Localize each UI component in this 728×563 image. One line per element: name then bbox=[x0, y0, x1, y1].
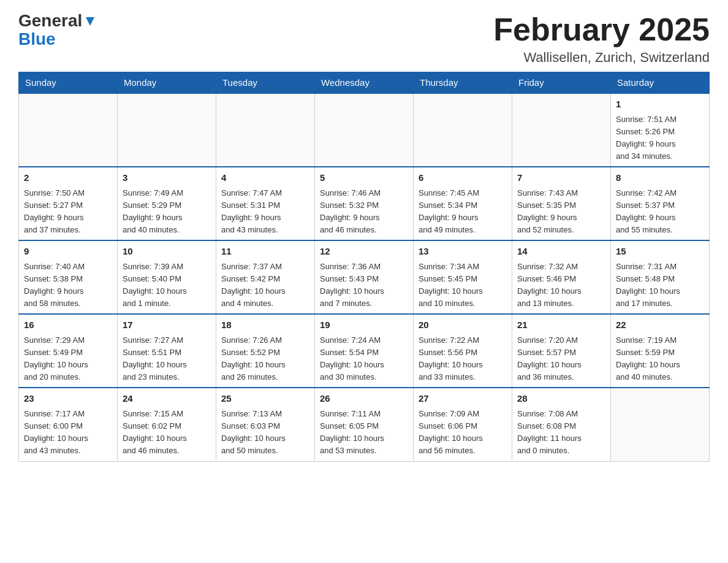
logo-general-text: General bbox=[18, 12, 82, 29]
day-info: Sunrise: 7:42 AM Sunset: 5:37 PM Dayligh… bbox=[616, 187, 704, 237]
table-row bbox=[315, 93, 414, 167]
day-info: Sunrise: 7:24 AM Sunset: 5:54 PM Dayligh… bbox=[320, 334, 408, 384]
table-row bbox=[611, 388, 710, 461]
day-info: Sunrise: 7:17 AM Sunset: 6:00 PM Dayligh… bbox=[24, 408, 112, 458]
table-row bbox=[512, 93, 611, 167]
day-info: Sunrise: 7:29 AM Sunset: 5:49 PM Dayligh… bbox=[24, 334, 112, 384]
svg-marker-0 bbox=[86, 17, 94, 26]
table-row: 15Sunrise: 7:31 AM Sunset: 5:48 PM Dayli… bbox=[611, 240, 710, 314]
day-number: 4 bbox=[221, 171, 309, 185]
calendar-week-row: 23Sunrise: 7:17 AM Sunset: 6:00 PM Dayli… bbox=[19, 388, 710, 461]
logo: General Blue bbox=[18, 12, 97, 49]
logo-triangle-icon bbox=[83, 15, 97, 28]
day-info: Sunrise: 7:47 AM Sunset: 5:31 PM Dayligh… bbox=[221, 187, 309, 237]
col-thursday: Thursday bbox=[414, 72, 512, 94]
calendar-week-row: 16Sunrise: 7:29 AM Sunset: 5:49 PM Dayli… bbox=[19, 314, 710, 388]
day-info: Sunrise: 7:31 AM Sunset: 5:48 PM Dayligh… bbox=[616, 261, 704, 310]
table-row: 4Sunrise: 7:47 AM Sunset: 5:31 PM Daylig… bbox=[216, 167, 315, 240]
day-number: 14 bbox=[517, 245, 605, 259]
table-row: 2Sunrise: 7:50 AM Sunset: 5:27 PM Daylig… bbox=[19, 167, 118, 240]
day-number: 20 bbox=[419, 318, 507, 332]
location-title: Wallisellen, Zurich, Switzerland bbox=[493, 50, 710, 66]
day-info: Sunrise: 7:37 AM Sunset: 5:42 PM Dayligh… bbox=[221, 261, 309, 310]
table-row: 9Sunrise: 7:40 AM Sunset: 5:38 PM Daylig… bbox=[19, 240, 118, 314]
table-row: 26Sunrise: 7:11 AM Sunset: 6:05 PM Dayli… bbox=[315, 388, 414, 461]
table-row: 20Sunrise: 7:22 AM Sunset: 5:56 PM Dayli… bbox=[414, 314, 512, 388]
day-info: Sunrise: 7:40 AM Sunset: 5:38 PM Dayligh… bbox=[24, 261, 112, 310]
table-row bbox=[118, 93, 216, 167]
table-row: 10Sunrise: 7:39 AM Sunset: 5:40 PM Dayli… bbox=[118, 240, 216, 314]
table-row: 5Sunrise: 7:46 AM Sunset: 5:32 PM Daylig… bbox=[315, 167, 414, 240]
day-number: 17 bbox=[123, 318, 211, 332]
table-row: 13Sunrise: 7:34 AM Sunset: 5:45 PM Dayli… bbox=[414, 240, 512, 314]
day-info: Sunrise: 7:19 AM Sunset: 5:59 PM Dayligh… bbox=[616, 334, 704, 384]
day-number: 19 bbox=[320, 318, 408, 332]
table-row: 1Sunrise: 7:51 AM Sunset: 5:26 PM Daylig… bbox=[611, 93, 710, 167]
table-row: 24Sunrise: 7:15 AM Sunset: 6:02 PM Dayli… bbox=[118, 388, 216, 461]
day-number: 8 bbox=[616, 171, 704, 185]
page-header: General Blue February 2025 Wallisellen, … bbox=[18, 12, 710, 66]
day-number: 26 bbox=[320, 392, 408, 406]
day-number: 25 bbox=[221, 392, 309, 406]
calendar-table: Sunday Monday Tuesday Wednesday Thursday… bbox=[18, 72, 710, 461]
day-number: 24 bbox=[123, 392, 211, 406]
col-sunday: Sunday bbox=[19, 72, 118, 94]
day-number: 22 bbox=[616, 318, 704, 332]
day-info: Sunrise: 7:50 AM Sunset: 5:27 PM Dayligh… bbox=[24, 187, 112, 237]
day-info: Sunrise: 7:27 AM Sunset: 5:51 PM Dayligh… bbox=[123, 334, 211, 384]
calendar-week-row: 9Sunrise: 7:40 AM Sunset: 5:38 PM Daylig… bbox=[19, 240, 710, 314]
day-number: 12 bbox=[320, 245, 408, 259]
table-row: 27Sunrise: 7:09 AM Sunset: 6:06 PM Dayli… bbox=[414, 388, 512, 461]
day-info: Sunrise: 7:11 AM Sunset: 6:05 PM Dayligh… bbox=[320, 408, 408, 458]
table-row: 23Sunrise: 7:17 AM Sunset: 6:00 PM Dayli… bbox=[19, 388, 118, 461]
table-row: 22Sunrise: 7:19 AM Sunset: 5:59 PM Dayli… bbox=[611, 314, 710, 388]
day-number: 21 bbox=[517, 318, 605, 332]
day-number: 13 bbox=[419, 245, 507, 259]
day-info: Sunrise: 7:22 AM Sunset: 5:56 PM Dayligh… bbox=[419, 334, 507, 384]
table-row bbox=[414, 93, 512, 167]
day-info: Sunrise: 7:45 AM Sunset: 5:34 PM Dayligh… bbox=[419, 187, 507, 237]
day-number: 2 bbox=[24, 171, 112, 185]
col-saturday: Saturday bbox=[611, 72, 710, 94]
table-row bbox=[19, 93, 118, 167]
day-info: Sunrise: 7:20 AM Sunset: 5:57 PM Dayligh… bbox=[517, 334, 605, 384]
day-info: Sunrise: 7:46 AM Sunset: 5:32 PM Dayligh… bbox=[320, 187, 408, 237]
calendar-week-row: 2Sunrise: 7:50 AM Sunset: 5:27 PM Daylig… bbox=[19, 167, 710, 240]
col-monday: Monday bbox=[118, 72, 216, 94]
day-number: 3 bbox=[123, 171, 211, 185]
day-number: 28 bbox=[517, 392, 605, 406]
day-number: 9 bbox=[24, 245, 112, 259]
table-row: 19Sunrise: 7:24 AM Sunset: 5:54 PM Dayli… bbox=[315, 314, 414, 388]
day-number: 16 bbox=[24, 318, 112, 332]
table-row: 18Sunrise: 7:26 AM Sunset: 5:52 PM Dayli… bbox=[216, 314, 315, 388]
day-number: 6 bbox=[419, 171, 507, 185]
day-number: 10 bbox=[123, 245, 211, 259]
day-info: Sunrise: 7:43 AM Sunset: 5:35 PM Dayligh… bbox=[517, 187, 605, 237]
day-number: 7 bbox=[517, 171, 605, 185]
day-info: Sunrise: 7:39 AM Sunset: 5:40 PM Dayligh… bbox=[123, 261, 211, 310]
day-number: 27 bbox=[419, 392, 507, 406]
day-info: Sunrise: 7:36 AM Sunset: 5:43 PM Dayligh… bbox=[320, 261, 408, 310]
title-area: February 2025 Wallisellen, Zurich, Switz… bbox=[493, 12, 710, 66]
table-row: 7Sunrise: 7:43 AM Sunset: 5:35 PM Daylig… bbox=[512, 167, 611, 240]
day-info: Sunrise: 7:32 AM Sunset: 5:46 PM Dayligh… bbox=[517, 261, 605, 310]
day-info: Sunrise: 7:08 AM Sunset: 6:08 PM Dayligh… bbox=[517, 408, 605, 458]
day-number: 15 bbox=[616, 245, 704, 259]
logo-blue-text: Blue bbox=[18, 29, 56, 48]
table-row: 8Sunrise: 7:42 AM Sunset: 5:37 PM Daylig… bbox=[611, 167, 710, 240]
day-number: 5 bbox=[320, 171, 408, 185]
day-number: 11 bbox=[221, 245, 309, 259]
table-row: 17Sunrise: 7:27 AM Sunset: 5:51 PM Dayli… bbox=[118, 314, 216, 388]
col-friday: Friday bbox=[512, 72, 611, 94]
day-info: Sunrise: 7:09 AM Sunset: 6:06 PM Dayligh… bbox=[419, 408, 507, 458]
day-info: Sunrise: 7:34 AM Sunset: 5:45 PM Dayligh… bbox=[419, 261, 507, 310]
day-number: 1 bbox=[616, 98, 704, 112]
calendar-week-row: 1Sunrise: 7:51 AM Sunset: 5:26 PM Daylig… bbox=[19, 93, 710, 167]
table-row: 11Sunrise: 7:37 AM Sunset: 5:42 PM Dayli… bbox=[216, 240, 315, 314]
calendar-header-row: Sunday Monday Tuesday Wednesday Thursday… bbox=[19, 72, 710, 94]
day-info: Sunrise: 7:13 AM Sunset: 6:03 PM Dayligh… bbox=[221, 408, 309, 458]
table-row bbox=[216, 93, 315, 167]
col-wednesday: Wednesday bbox=[315, 72, 414, 94]
table-row: 21Sunrise: 7:20 AM Sunset: 5:57 PM Dayli… bbox=[512, 314, 611, 388]
col-tuesday: Tuesday bbox=[216, 72, 315, 94]
